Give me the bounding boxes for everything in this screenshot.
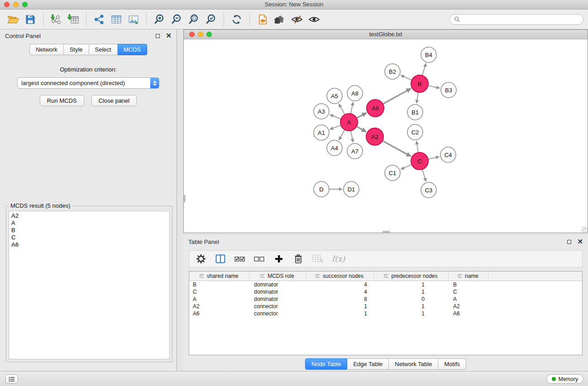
new-network-button[interactable]	[91, 12, 108, 27]
node-b3[interactable]: B3	[441, 82, 456, 98]
tab-network-table[interactable]: Network Table	[389, 358, 438, 370]
network-minimize-light[interactable]	[198, 32, 203, 37]
delete-table-button[interactable]	[312, 253, 323, 265]
node-a3[interactable]: A3	[314, 104, 329, 119]
column-header[interactable]: MCDS role	[249, 272, 306, 281]
traffic-light-close[interactable]	[4, 2, 10, 7]
table-row[interactable]: Cdominator41C	[189, 288, 582, 295]
close-panel-button[interactable]: ✕	[166, 33, 172, 38]
mcds-result-item[interactable]: A	[11, 219, 167, 227]
traffic-light-zoom[interactable]	[22, 2, 28, 7]
edge-a-a2[interactable]	[357, 126, 366, 132]
node-a[interactable]: A	[340, 114, 358, 131]
search-input[interactable]	[462, 16, 579, 23]
node-a2[interactable]: A2	[366, 128, 383, 145]
traffic-light-minimize[interactable]	[13, 2, 19, 7]
show-columns-button[interactable]	[215, 253, 226, 265]
tab-motifs[interactable]: Motifs	[438, 358, 466, 370]
node-a5[interactable]: A5	[327, 88, 342, 104]
column-header[interactable]: shared name	[189, 272, 249, 281]
column-header[interactable]: name	[448, 272, 488, 281]
zoom-selected-button[interactable]	[202, 12, 220, 27]
table-row[interactable]: A2connector11A2	[189, 303, 582, 310]
tab-edge-table[interactable]: Edge Table	[347, 358, 389, 370]
edge-c-c3[interactable]	[422, 169, 426, 181]
close-table-panel-button[interactable]: ✕	[577, 239, 583, 244]
edge-a-a1[interactable]	[330, 125, 341, 129]
tab-style[interactable]: Style	[64, 44, 89, 55]
column-header[interactable]: predecessor nodes	[373, 272, 448, 281]
node-a4[interactable]: A4	[327, 140, 342, 156]
vertical-scrollbar[interactable]	[184, 195, 186, 202]
float-panel-button[interactable]	[156, 34, 160, 38]
task-history-button[interactable]	[5, 374, 18, 384]
tab-node-table[interactable]: Node Table	[305, 358, 348, 370]
edge-b-b3[interactable]	[428, 86, 440, 88]
network-zoom-light[interactable]	[206, 32, 212, 37]
import-table-file-button[interactable]	[65, 12, 82, 27]
table-row[interactable]: A6connector11A6	[189, 310, 582, 317]
node-d[interactable]: D	[314, 181, 329, 197]
open-session-button[interactable]	[5, 12, 22, 27]
table-row[interactable]: Bdominator41B	[189, 281, 582, 288]
export-image-button[interactable]	[125, 12, 142, 27]
zoom-out-button[interactable]	[168, 12, 185, 27]
refresh-button[interactable]	[228, 12, 245, 27]
show-graphics-details-button[interactable]	[306, 12, 323, 27]
tab-select[interactable]: Select	[89, 44, 118, 55]
delete-row-button[interactable]	[293, 253, 304, 265]
add-row-button[interactable]	[273, 253, 284, 265]
network-close-light[interactable]	[189, 32, 195, 37]
network-canvas[interactable]: B4B2BB3A5A8A6B1A3AA1C2A2A4A7C4CC1C3DD1	[184, 39, 588, 233]
edge-a2-c[interactable]	[382, 141, 411, 156]
edge-c-c1[interactable]	[401, 165, 411, 169]
node-a1[interactable]: A1	[314, 125, 329, 140]
mcds-result-item[interactable]: A2	[11, 212, 167, 219]
node-b2[interactable]: B2	[385, 64, 400, 79]
criterion-dropdown[interactable]: largest connected component (directed)	[17, 77, 159, 89]
memory-button[interactable]: Memory	[546, 374, 583, 384]
edge-a-a5[interactable]	[339, 104, 345, 115]
table-settings-button[interactable]	[196, 253, 206, 265]
edge-c-c2[interactable]	[416, 141, 418, 152]
float-table-panel-button[interactable]	[567, 240, 571, 244]
edge-a-a3[interactable]	[330, 114, 341, 119]
tab-network[interactable]: Network	[29, 44, 64, 55]
node-b4[interactable]: B4	[421, 47, 436, 62]
edge-a-a8[interactable]	[351, 102, 353, 114]
node-a6[interactable]: A6	[367, 100, 384, 117]
node-c1[interactable]: C1	[385, 165, 400, 181]
mcds-result-item[interactable]: A6	[11, 241, 167, 248]
edge-a-a6[interactable]	[357, 113, 367, 118]
node-a8[interactable]: A8	[347, 86, 363, 101]
network-window-titlebar[interactable]: testGlobe.txt	[184, 30, 588, 39]
table-row[interactable]: Adominator80A	[189, 295, 582, 303]
horizontal-scrollbar[interactable]	[382, 231, 390, 233]
edge-a-a4[interactable]	[339, 130, 345, 140]
run-mcds-button[interactable]: Run MCDS	[40, 95, 84, 106]
unselect-all-button[interactable]	[254, 253, 265, 265]
tab-mcds[interactable]: MCDS	[118, 44, 147, 55]
select-all-button[interactable]	[234, 253, 245, 265]
edge-b-b4[interactable]	[422, 63, 426, 76]
edge-a-a7[interactable]	[351, 131, 353, 143]
network-overview-button[interactable]	[271, 12, 288, 27]
close-panel-button-secondary[interactable]: Close panel	[91, 95, 137, 106]
node-a7[interactable]: A7	[347, 143, 363, 159]
import-document-button[interactable]	[254, 12, 271, 27]
node-d1[interactable]: D1	[344, 181, 359, 197]
search-field[interactable]	[449, 14, 583, 25]
node-c2[interactable]: C2	[407, 124, 423, 140]
new-network-table-button[interactable]	[108, 12, 125, 27]
mcds-result-item[interactable]: B	[11, 227, 167, 234]
node-b1[interactable]: B1	[407, 105, 423, 120]
mcds-result-item[interactable]: C	[11, 234, 167, 241]
edge-c-c4[interactable]	[428, 157, 440, 159]
edge-b-b2[interactable]	[401, 75, 411, 80]
resize-grip[interactable]	[582, 227, 588, 233]
save-session-button[interactable]	[22, 12, 39, 27]
zoom-in-button[interactable]	[151, 12, 168, 27]
edge-a6-b[interactable]	[383, 89, 411, 104]
node-c3[interactable]: C3	[421, 182, 436, 198]
node-c[interactable]: C	[411, 152, 428, 170]
